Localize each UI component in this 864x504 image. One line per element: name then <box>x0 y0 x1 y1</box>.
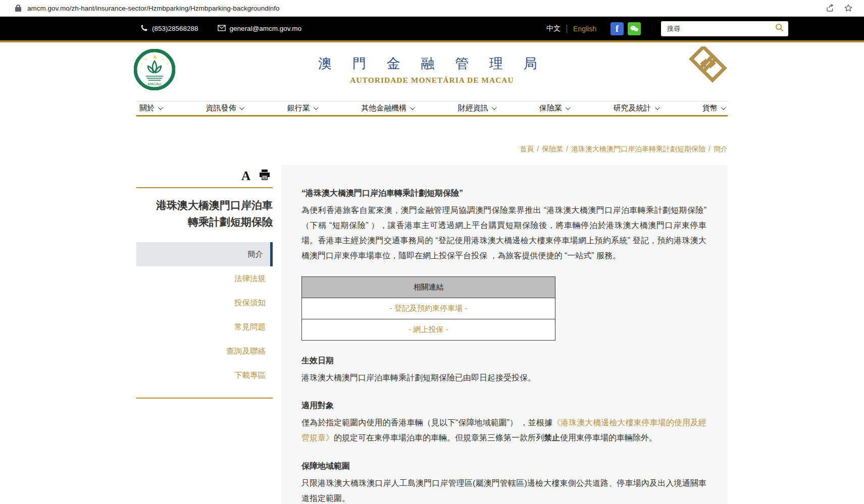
lang-divider <box>567 25 567 33</box>
section-text: 港珠澳大橋澳門口岸泊車轉乘計劃短期保險已由即日起接受投保。 <box>301 370 706 385</box>
search-icon[interactable] <box>775 23 784 34</box>
nav-item-label: 財經資訊 <box>458 103 488 113</box>
nav-item-0[interactable]: 關於 <box>139 103 162 113</box>
font-size-icon[interactable]: A <box>241 170 250 182</box>
search-box <box>661 21 788 36</box>
primary-nav: 關於資訊發佈銀行業其他金融機構財經資訊保險業研究及統計貨幣 <box>136 101 728 117</box>
sidebar-section-title: 港珠澳大橋澳門口岸泊車 轉乘計劃短期保險 <box>136 197 273 230</box>
section-effective-date: 生效日期 港珠澳大橋澳門口岸泊車轉乘計劃短期保險已由即日起接受投保。 <box>301 356 706 385</box>
email-icon <box>218 25 226 33</box>
section-text: 只限港珠澳大橋珠澳口岸人工島澳門口岸管理區(屬澳門管轄區)邊檢大樓東側公共道路、… <box>301 476 706 504</box>
breadcrumb: 首頁/保險業/港珠澳大橋澳門口岸泊車轉乘計劃短期保險/簡介 <box>136 145 728 154</box>
lang-en[interactable]: English <box>573 25 596 33</box>
nav-item-2[interactable]: 銀行業 <box>287 103 317 113</box>
related-links-table: 相關連結 - 登記及預約東停車場 -- 網上投保 - <box>301 276 555 341</box>
nav-item-label: 其他金融機構 <box>361 103 406 113</box>
section-heading: 適用對象 <box>301 401 706 411</box>
url-bar[interactable]: amcm.gov.mo/zh-hant/insurance-sector/Hzm… <box>27 5 826 12</box>
site-title-portuguese: AUTORIDADE MONETÁRIA DE MACAU <box>0 76 864 85</box>
section-coverage-area: 保障地域範圍 只限港珠澳大橋珠澳口岸人工島澳門口岸管理區(屬澳門管轄區)邊檢大樓… <box>301 461 706 504</box>
section-heading: 保障地域範圍 <box>301 461 706 472</box>
email-address: general@amcm.gov.mo <box>230 25 302 32</box>
sidebar-item-3[interactable]: 常見問題 <box>136 315 273 339</box>
search-input[interactable] <box>667 25 775 32</box>
sidebar-item-1[interactable]: 法律法規 <box>136 266 273 291</box>
bookmark-star-icon[interactable] <box>844 4 853 13</box>
email-contact[interactable]: general@amcm.gov.mo <box>218 25 302 33</box>
sidebar-item-4[interactable]: 查詢及聯絡 <box>136 339 273 363</box>
section-text: 僅為於指定範圍內使用的香港車輛（見以下“保障地域範圍”） ，並根據《港珠澳大橋邊… <box>301 415 706 445</box>
related-link-1[interactable]: - 網上投保 - <box>302 319 555 341</box>
nav-item-6[interactable]: 研究及統計 <box>614 103 658 113</box>
nav-item-7[interactable]: 貨幣 <box>702 103 725 113</box>
section-applicable: 適用對象 僅為於指定範圍內使用的香港車輛（見以下“保障地域範圍”） ，並根據《港… <box>301 401 706 445</box>
breadcrumb-item-1[interactable]: 保險業 <box>542 145 563 153</box>
sidebar-item-5[interactable]: 下載專區 <box>136 363 273 387</box>
phone-icon <box>140 24 148 33</box>
nav-item-5[interactable]: 保險業 <box>539 103 569 113</box>
top-utility-bar: (853)28568288 general@amcm.gov.mo 中文 Eng… <box>0 17 864 40</box>
sidebar-top-rule <box>136 187 273 188</box>
breadcrumb-separator: / <box>708 145 710 153</box>
nav-item-label: 貨幣 <box>702 103 718 113</box>
nav-item-3[interactable]: 其他金融機構 <box>361 103 414 113</box>
nav-item-1[interactable]: 資訊發佈 <box>206 103 243 113</box>
sidebar-item-0[interactable]: 簡介 <box>136 242 273 266</box>
breadcrumb-separator: / <box>537 145 539 153</box>
related-link-0[interactable]: - 登記及預約東停車場 - <box>302 298 555 319</box>
site-title-chinese[interactable]: 澳 門 金 融 管 理 局 <box>0 54 864 73</box>
main-content: “港珠澳大橋澳門口岸泊車轉乘計劃短期保險” 為便利香港旅客自駕來澳，澳門金融管理… <box>281 165 728 504</box>
breadcrumb-item-3[interactable]: 簡介 <box>714 145 728 153</box>
browser-chrome: amcm.gov.mo/zh-hant/insurance-sector/Hzm… <box>0 0 864 17</box>
sidebar: A 港珠澳大橋澳門口岸泊車 轉乘計劃短期保險 簡介法律法規投保須知常見問題查詢及… <box>136 165 273 399</box>
amcm-diamond-logo <box>689 46 727 86</box>
nav-item-label: 關於 <box>139 103 155 113</box>
chevron-down-icon <box>314 105 319 110</box>
sidebar-bottom-rule <box>136 398 273 399</box>
language-switcher: 中文 English <box>546 24 596 33</box>
print-icon[interactable] <box>259 169 271 182</box>
facebook-icon[interactable]: f <box>611 22 624 35</box>
phone-number: (853)28568288 <box>152 25 198 32</box>
nav-item-label: 資訊發佈 <box>206 103 236 113</box>
chevron-down-icon <box>566 105 571 110</box>
chevron-down-icon <box>721 105 726 110</box>
breadcrumb-item-2[interactable]: 港珠澳大橋澳門口岸泊車轉乘計劃短期保險 <box>571 145 705 153</box>
phone-contact: (853)28568288 <box>140 24 198 33</box>
chevron-down-icon <box>158 105 163 110</box>
lang-zh[interactable]: 中文 <box>546 24 561 33</box>
page-title: “港珠澳大橋澳門口岸泊車轉乘計劃短期保險” <box>301 188 706 199</box>
nav-item-4[interactable]: 財經資訊 <box>458 103 495 113</box>
wechat-icon[interactable] <box>628 22 641 35</box>
nav-item-label: 保險業 <box>539 103 562 113</box>
chevron-down-icon <box>239 105 244 110</box>
chevron-down-icon <box>492 105 497 110</box>
breadcrumb-item-0[interactable]: 首頁 <box>520 145 534 153</box>
ssl-lock-icon <box>15 5 21 12</box>
chevron-down-icon <box>654 105 659 110</box>
chevron-down-icon <box>410 105 415 110</box>
sidebar-menu: 簡介法律法規投保須知常見問題查詢及聯絡下載專區 <box>136 242 273 387</box>
intro-paragraph: 為便利香港旅客自駕來澳，澳門金融管理局協調澳門保險業界推出 “港珠澳大橋澳門口岸… <box>301 203 706 263</box>
share-icon[interactable] <box>826 4 835 13</box>
breadcrumb-separator: / <box>566 145 568 153</box>
section-heading: 生效日期 <box>301 356 706 366</box>
nav-item-label: 銀行業 <box>287 103 310 113</box>
sidebar-item-2[interactable]: 投保須知 <box>136 291 273 315</box>
nav-item-label: 研究及統計 <box>614 103 651 113</box>
related-links-header: 相關連結 <box>302 277 555 298</box>
site-header: MACAU 澳 門 金 融 管 理 局 AUTORIDADE MONETÁRIA… <box>0 42 864 101</box>
